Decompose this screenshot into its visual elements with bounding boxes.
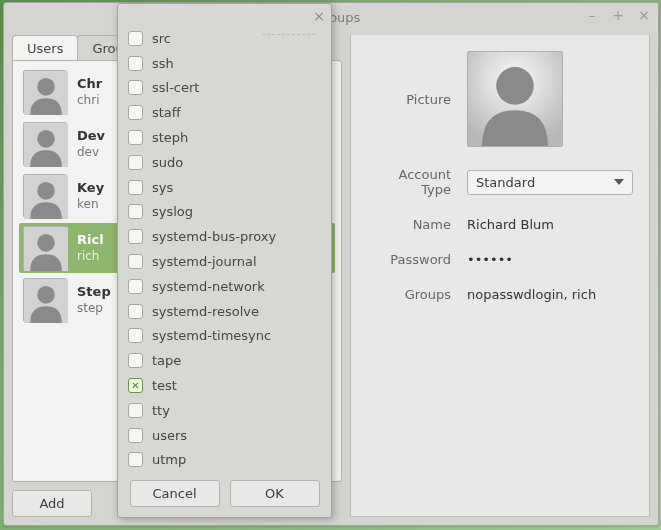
- checkbox-icon[interactable]: [128, 403, 143, 418]
- group-check-item[interactable]: users: [128, 423, 321, 448]
- picture-label: Picture: [367, 92, 467, 107]
- password-value[interactable]: ••••••: [467, 252, 513, 267]
- password-label: Password: [367, 252, 467, 267]
- chevron-down-icon: [614, 179, 624, 185]
- user-display-name: Ricl: [77, 232, 104, 248]
- avatar-icon: [23, 122, 67, 166]
- group-name-label: src: [152, 31, 171, 46]
- checkbox-icon[interactable]: [128, 204, 143, 219]
- checkbox-icon[interactable]: [128, 229, 143, 244]
- account-type-value: Standard: [476, 175, 535, 190]
- ok-button[interactable]: OK: [230, 480, 320, 507]
- group-name-label: sudo: [152, 155, 183, 170]
- svg-point-7: [37, 234, 55, 252]
- name-value[interactable]: Richard Blum: [467, 217, 554, 232]
- group-name-label: utmp: [152, 452, 186, 467]
- group-selector-dialog: × src ssh ssl-cert staff steph sudo sys …: [117, 3, 332, 518]
- group-check-item[interactable]: systemd-timesync: [128, 324, 321, 349]
- group-check-item[interactable]: ssh: [128, 51, 321, 76]
- checkbox-icon[interactable]: [128, 353, 143, 368]
- group-name-label: syslog: [152, 204, 193, 219]
- group-name-label: staff: [152, 105, 181, 120]
- group-check-item[interactable]: systemd-network: [128, 274, 321, 299]
- group-check-item[interactable]: utmp: [128, 448, 321, 472]
- svg-point-1: [37, 78, 55, 96]
- user-login-name: rich: [77, 249, 104, 264]
- checkbox-icon[interactable]: [128, 31, 143, 46]
- group-name-label: tape: [152, 353, 181, 368]
- group-check-item[interactable]: tape: [128, 348, 321, 373]
- checkbox-icon[interactable]: [128, 428, 143, 443]
- user-details-panel: Picture Account Type Standard: [350, 35, 650, 517]
- groups-value[interactable]: nopasswdlogin, rich: [467, 287, 596, 302]
- maximize-icon[interactable]: +: [610, 7, 626, 23]
- group-check-item[interactable]: tty: [128, 398, 321, 423]
- account-type-select[interactable]: Standard: [467, 170, 633, 195]
- group-check-item[interactable]: systemd-resolve: [128, 299, 321, 324]
- checkbox-icon[interactable]: [128, 452, 143, 467]
- group-check-item[interactable]: steph: [128, 125, 321, 150]
- checkbox-icon[interactable]: [128, 130, 143, 145]
- group-check-item[interactable]: ssl-cert: [128, 76, 321, 101]
- user-display-name: Step: [77, 284, 111, 300]
- group-check-list: src ssh ssl-cert staff steph sudo sys sy…: [118, 26, 331, 472]
- user-display-name: Dev: [77, 128, 105, 144]
- group-name-label: systemd-network: [152, 279, 265, 294]
- checkbox-icon[interactable]: [128, 105, 143, 120]
- group-name-label: ssl-cert: [152, 80, 199, 95]
- svg-point-11: [496, 67, 534, 105]
- svg-point-9: [37, 286, 55, 304]
- avatar-large[interactable]: [467, 51, 563, 147]
- group-name-label: users: [152, 428, 187, 443]
- checkbox-icon[interactable]: [128, 304, 143, 319]
- user-display-name: Key: [77, 180, 104, 196]
- group-name-label: systemd-bus-proxy: [152, 229, 276, 244]
- add-button[interactable]: Add: [12, 490, 92, 517]
- user-login-name: dev: [77, 145, 105, 160]
- checkbox-icon[interactable]: [128, 328, 143, 343]
- group-check-item[interactable]: systemd-journal: [128, 249, 321, 274]
- user-login-name: step: [77, 301, 111, 316]
- close-icon[interactable]: ×: [636, 7, 652, 23]
- group-name-label: tty: [152, 403, 170, 418]
- group-name-label: systemd-timesync: [152, 328, 271, 343]
- avatar-icon: [23, 70, 67, 114]
- minimize-icon[interactable]: –: [584, 7, 600, 23]
- dialog-close-icon[interactable]: ×: [313, 9, 325, 23]
- name-label: Name: [367, 217, 467, 232]
- group-check-item[interactable]: systemd-bus-proxy: [128, 224, 321, 249]
- avatar-icon: [23, 174, 67, 218]
- checkbox-icon[interactable]: [128, 80, 143, 95]
- groups-label: Groups: [367, 287, 467, 302]
- checkbox-icon[interactable]: [128, 56, 143, 71]
- group-name-label: ssh: [152, 56, 174, 71]
- avatar-icon: [23, 278, 67, 322]
- checkbox-icon[interactable]: [128, 279, 143, 294]
- group-check-item[interactable]: sudo: [128, 150, 321, 175]
- group-check-item[interactable]: staff: [128, 100, 321, 125]
- group-check-item[interactable]: test: [128, 373, 321, 398]
- separator-line: [262, 34, 315, 35]
- tab-users[interactable]: Users: [12, 35, 78, 60]
- group-check-item[interactable]: src: [128, 26, 321, 51]
- svg-point-3: [37, 130, 55, 148]
- checkbox-icon[interactable]: [128, 180, 143, 195]
- cancel-button[interactable]: Cancel: [130, 480, 220, 507]
- checkbox-icon[interactable]: [128, 254, 143, 269]
- group-name-label: sys: [152, 180, 173, 195]
- group-name-label: steph: [152, 130, 188, 145]
- account-type-label: Account Type: [367, 167, 467, 197]
- group-check-item[interactable]: syslog: [128, 200, 321, 225]
- svg-point-5: [37, 182, 55, 200]
- group-name-label: systemd-journal: [152, 254, 257, 269]
- user-display-name: Chr: [77, 76, 102, 92]
- user-login-name: ken: [77, 197, 104, 212]
- group-name-label: test: [152, 378, 177, 393]
- avatar-icon: [23, 226, 67, 270]
- user-login-name: chri: [77, 93, 102, 108]
- checkbox-icon[interactable]: [128, 378, 143, 393]
- checkbox-icon[interactable]: [128, 155, 143, 170]
- group-check-item[interactable]: sys: [128, 175, 321, 200]
- group-name-label: systemd-resolve: [152, 304, 259, 319]
